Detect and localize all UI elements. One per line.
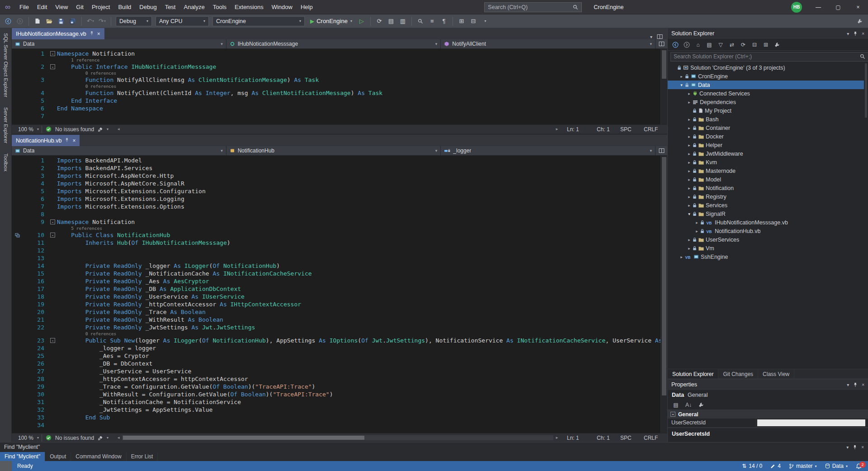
tree-collapsed-arrow-icon[interactable]: ▸ (686, 195, 693, 199)
tree-collapsed-arrow-icon[interactable]: ▸ (686, 91, 693, 96)
tree-collapsed-arrow-icon[interactable]: ▸ (693, 229, 700, 233)
se-back-icon[interactable] (670, 40, 680, 49)
scrollbar-thumb[interactable] (662, 157, 666, 395)
notifications-button[interactable]: 2 (856, 463, 862, 469)
code-cleanup-icon[interactable] (98, 435, 103, 441)
tree-item-kvm[interactable]: ▸Kvm (668, 158, 868, 167)
collapse-category-icon[interactable]: - (670, 412, 675, 417)
redo-icon[interactable]: ↷▾ (97, 16, 108, 27)
glyph-margin[interactable] (12, 187, 23, 195)
bookmark-icon[interactable]: ⊞ (456, 16, 467, 27)
active-documents-icon[interactable]: ▾ (650, 34, 652, 39)
navigate-back-icon[interactable] (3, 16, 14, 27)
glyph-margin[interactable] (12, 300, 23, 308)
glyph-margin[interactable] (12, 63, 23, 71)
scrollbar-thumb[interactable] (123, 436, 364, 440)
show-threads-icon[interactable]: ▥ (397, 16, 408, 27)
show-all-files-icon[interactable]: ⊞ (761, 40, 771, 49)
glyph-margin[interactable] (12, 50, 23, 57)
margin-glyph-icon[interactable] (15, 233, 20, 238)
glyph-margin[interactable] (12, 337, 23, 344)
tree-collapsed-arrow-icon[interactable]: ▸ (686, 100, 693, 105)
tree-item-my-project[interactable]: My Project (668, 106, 868, 115)
issues-status[interactable]: No issues found (55, 435, 94, 441)
save-all-icon[interactable] (67, 16, 78, 27)
glyph-margin[interactable] (12, 105, 23, 112)
pin-panel-icon[interactable] (853, 382, 858, 387)
tree-collapsed-arrow-icon[interactable]: ▸ (686, 203, 693, 208)
glyph-margin[interactable] (12, 277, 23, 285)
feedback-corner[interactable] (0, 461, 12, 471)
start-debugging-button[interactable]: ▶ CronEngine ▾ (307, 16, 355, 27)
glyph-margin[interactable] (12, 316, 23, 324)
tab-class-view[interactable]: Class View (758, 369, 794, 379)
glyph-margin[interactable] (12, 421, 23, 429)
breadcrumb-data[interactable]: Data▾ (12, 146, 226, 155)
glyph-margin[interactable] (12, 254, 23, 262)
codelens-references[interactable]: 5 references (71, 226, 102, 231)
alphabetical-icon[interactable]: A↓ (684, 400, 693, 409)
issues-status[interactable]: No issues found (55, 126, 94, 133)
breadcrumb-data[interactable]: Data▾ (12, 39, 226, 48)
maximize-button[interactable]: ▢ (828, 0, 848, 14)
menu-item-build[interactable]: Build (114, 0, 135, 14)
tab-error-list[interactable]: Error List (127, 452, 158, 461)
close-tab-icon[interactable]: × (72, 138, 75, 144)
tab-output[interactable]: Output (45, 452, 71, 461)
glyph-margin[interactable] (12, 270, 23, 277)
home-icon[interactable]: ⌂ (693, 40, 703, 49)
side-tab-toolbox[interactable]: Toolbox (3, 148, 9, 176)
menu-item-debug[interactable]: Debug (135, 0, 160, 14)
close-panel-icon[interactable]: × (861, 445, 864, 450)
properties-object-row[interactable]: Data General (668, 390, 868, 400)
glyph-margin[interactable] (12, 375, 23, 383)
se-forward-icon[interactable] (682, 40, 692, 49)
scrollbar-thumb[interactable] (662, 50, 666, 79)
tree-item-ihubnotificationmesssage-vb[interactable]: ▸VBIHubNotificationMesssage.vb (668, 218, 868, 227)
glyph-margin[interactable] (12, 231, 23, 239)
tab-solution-explorer[interactable]: Solution Explorer (668, 369, 718, 379)
glyph-margin[interactable] (12, 180, 23, 187)
tree-item-model[interactable]: ▸Model (668, 175, 868, 184)
configuration-select[interactable]: Debug▾ (116, 16, 152, 26)
navigate-forward-icon[interactable] (14, 16, 25, 27)
tree-collapsed-arrow-icon[interactable]: ▸ (678, 74, 685, 79)
tree-item-docker[interactable]: ▸Docker (668, 132, 868, 141)
glyph-margin[interactable] (12, 247, 23, 254)
tree-collapsed-arrow-icon[interactable]: ▸ (693, 220, 700, 225)
property-value-field[interactable] (757, 419, 865, 426)
property-pages-icon[interactable] (696, 400, 706, 409)
glyph-margin[interactable] (12, 344, 23, 352)
document-tab-top[interactable]: IHubNotificationMessage.vb × (12, 28, 104, 39)
collapse-all-icon[interactable]: ⊟ (750, 40, 760, 49)
breadcrumb-notificationhub[interactable]: NotificationHub▾ (226, 146, 441, 155)
git-branch-picker[interactable]: master ▾ (789, 463, 817, 469)
user-avatar[interactable]: HB (791, 2, 802, 13)
glyph-margin[interactable] (12, 367, 23, 375)
tree-item-notificationhub-vb[interactable]: ▸VBNotificationHub.vb (668, 227, 868, 235)
properties-window-icon[interactable] (772, 40, 782, 49)
tree-item-vm[interactable]: ▸Vm (668, 244, 868, 252)
menu-item-project[interactable]: Project (88, 0, 114, 14)
code-cleanup-icon[interactable] (98, 127, 103, 132)
menu-item-view[interactable]: View (51, 0, 72, 14)
tree-item-data[interactable]: ▾Data (668, 81, 868, 89)
tree-collapsed-arrow-icon[interactable]: ▸ (686, 160, 693, 165)
tree-item-connected-services[interactable]: ▸Connected Services (668, 89, 868, 98)
feedback-icon[interactable] (854, 16, 865, 27)
vertical-scrollbar[interactable] (660, 49, 667, 124)
platform-select[interactable]: Any CPU▾ (156, 16, 209, 26)
pin-panel-icon[interactable] (853, 31, 858, 36)
undo-icon[interactable]: ↶▾ (85, 16, 96, 27)
side-tab-sql-server-object-explorer[interactable]: SQL Server Object Explorer (3, 28, 9, 102)
glyph-margin[interactable] (12, 76, 23, 84)
breadcrumb-ihubnoticationmesssage[interactable]: IHubNoticationMesssage▾ (226, 39, 441, 48)
glyph-margin[interactable] (12, 383, 23, 390)
minimize-button[interactable]: — (808, 0, 828, 14)
glyph-margin[interactable] (12, 352, 23, 360)
tree-collapsed-arrow-icon[interactable]: ▸ (686, 143, 693, 147)
glyph-margin[interactable] (12, 203, 23, 210)
tree-item-notification[interactable]: ▸Notification (668, 184, 868, 192)
code-editor-bottom[interactable]: 1Imports BackendAPI.Model2Imports Backen… (12, 156, 660, 433)
menu-item-edit[interactable]: Edit (33, 0, 51, 14)
